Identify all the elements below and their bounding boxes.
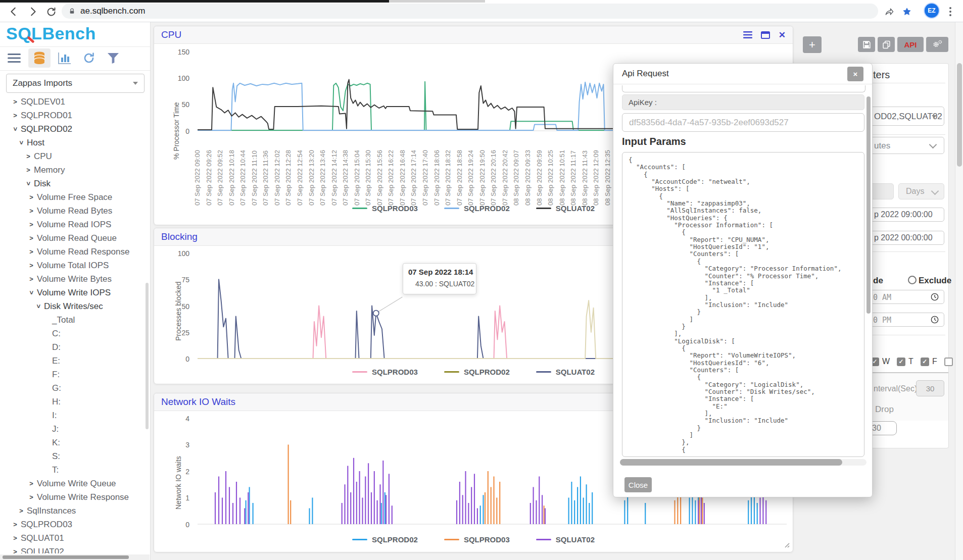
panel-close-icon[interactable]: ✕ [779, 30, 786, 40]
chevron-collapsed-icon[interactable]: > [27, 248, 35, 256]
legend-item-sqlprod03[interactable]: SQLPROD03 [352, 204, 418, 213]
back-button[interactable] [6, 4, 21, 19]
exclude-radio[interactable] [908, 276, 917, 284]
sidebar-servers-button[interactable] [28, 48, 51, 68]
tree-horizontal-scrollbar[interactable] [3, 555, 129, 559]
chevron-expanded-icon[interactable]: > [28, 289, 35, 297]
tree-item-k-[interactable]: K: [0, 436, 147, 449]
tree-item-cpu[interactable]: >CPU [0, 149, 147, 163]
tree-item-volume-read-queue[interactable]: >Volume Read Queue [0, 231, 147, 245]
page-scrollbar[interactable] [957, 63, 962, 167]
tree-item-s-[interactable]: S: [0, 449, 147, 463]
sidebar-filter-button[interactable] [102, 48, 124, 68]
tree-vertical-scrollbar[interactable] [146, 283, 149, 429]
modal-close-button[interactable]: × [847, 67, 863, 81]
share-button[interactable] [882, 4, 897, 19]
tree-item-d-[interactable]: D: [0, 340, 147, 354]
tree-item-sqlprod02[interactable]: >SQLPROD02 [0, 122, 147, 136]
interval-input[interactable]: 30 [916, 380, 944, 396]
tree-item-sqldev01[interactable]: >SQLDEV01 [0, 95, 147, 109]
legend-item-sqlprod02[interactable]: SQLPROD02 [352, 535, 418, 544]
bookmark-button[interactable] [899, 4, 914, 19]
tree-item-volume-read-bytes[interactable]: >Volume Read Bytes [0, 204, 147, 218]
weekday-checkbox-f[interactable]: ✓ [921, 358, 929, 366]
avatar[interactable]: EZ [925, 4, 939, 18]
tree-item-sqluat01[interactable]: >SQLUAT01 [0, 531, 147, 545]
legend-item-sqlprod03[interactable]: SQLPROD03 [352, 368, 418, 376]
chevron-collapsed-icon[interactable]: > [27, 262, 35, 269]
modal-vertical-scrollbar[interactable] [866, 96, 871, 314]
copy-button[interactable] [878, 37, 895, 52]
tree-item-g-[interactable]: G: [0, 381, 147, 395]
tree-item-volume-write-iops[interactable]: >Volume Write IOPS [0, 286, 147, 299]
tree-item-t-[interactable]: T: [0, 463, 147, 477]
chevron-collapsed-icon[interactable]: > [11, 548, 19, 553]
settings-button[interactable] [926, 37, 948, 52]
tree-item-sqlprod03[interactable]: >SQLPROD03 [0, 518, 147, 531]
close-button[interactable]: Close [624, 477, 652, 492]
chevron-collapsed-icon[interactable]: > [27, 221, 35, 228]
panel-menu-icon[interactable] [743, 31, 752, 38]
chevron-collapsed-icon[interactable]: > [27, 234, 35, 242]
tree-item-volume-read-iops[interactable]: >Volume Read IOPS [0, 218, 147, 231]
tree-item-sqluat02[interactable]: >SQLUAT02 [0, 545, 147, 553]
save-button[interactable] [858, 37, 875, 52]
browser-menu-button[interactable] [943, 4, 958, 19]
tree-item-host[interactable]: >Host [0, 136, 147, 149]
chevron-collapsed-icon[interactable]: > [11, 98, 19, 106]
partial-input[interactable] [622, 85, 865, 92]
chevron-collapsed-icon[interactable]: > [24, 152, 32, 160]
weekday-checkbox-s[interactable] [944, 358, 953, 366]
tree-item-memory[interactable]: >Memory [0, 163, 147, 177]
tree-item-volume-read-response[interactable]: >Volume Read Response [0, 245, 147, 259]
tree-item-h-[interactable]: H: [0, 395, 147, 409]
forward-button[interactable] [25, 4, 40, 19]
modal-horizontal-scrollbar[interactable] [620, 459, 842, 466]
tree-item-sqlprod01[interactable]: >SQLPROD01 [0, 109, 147, 122]
tree-item-c-[interactable]: C: [0, 327, 147, 340]
legend-item-sqluat02[interactable]: SQLUAT02 [536, 204, 595, 213]
tree-item-volume-write-bytes[interactable]: >Volume Write Bytes [0, 272, 147, 286]
legend-item-sqlprod03[interactable]: SQLPROD03 [444, 535, 510, 544]
tree-item-e-[interactable]: E: [0, 354, 147, 368]
unit-select[interactable]: Days [898, 183, 944, 199]
tree-item-f-[interactable]: F: [0, 368, 147, 381]
sidebar-refresh-button[interactable] [78, 48, 100, 68]
chevron-collapsed-icon[interactable]: > [24, 166, 32, 174]
input-params-editor[interactable]: { "Accounts": [ { "AccountCode": "netwea… [622, 152, 864, 457]
chevron-collapsed-icon[interactable]: > [27, 275, 35, 283]
chevron-expanded-icon[interactable]: > [18, 139, 25, 147]
panel-maximize-icon[interactable] [761, 31, 770, 39]
legend-item-sqluat02[interactable]: SQLUAT02 [536, 368, 595, 376]
tree-item-j-[interactable]: J: [0, 422, 147, 436]
api-button[interactable]: API [897, 37, 924, 52]
tree-item-disk[interactable]: >Disk [0, 177, 147, 190]
apikey-input[interactable] [622, 113, 864, 132]
legend-item-sqlprod02[interactable]: SQLPROD02 [444, 368, 510, 376]
chevron-collapsed-icon[interactable]: > [27, 480, 35, 487]
reload-button[interactable] [43, 4, 59, 19]
chevron-expanded-icon[interactable]: > [25, 180, 32, 188]
sidebar-charts-button[interactable] [54, 48, 76, 68]
chevron-collapsed-icon[interactable]: > [27, 207, 35, 215]
add-widget-button[interactable]: + [803, 36, 822, 53]
legend-item-sqlprod02[interactable]: SQLPROD02 [444, 204, 510, 213]
tree-item-volume-write-queue[interactable]: >Volume Write Queue [0, 477, 147, 490]
tree-item--total[interactable]: _Total [0, 313, 147, 327]
chevron-collapsed-icon[interactable]: > [11, 521, 19, 528]
chevron-expanded-icon[interactable]: > [35, 302, 42, 311]
tree-item-volume-total-iops[interactable]: >Volume Total IOPS [0, 259, 147, 272]
sidebar-menu-button[interactable] [3, 48, 25, 68]
tree-item-volume-free-space[interactable]: >Volume Free Space [0, 190, 147, 204]
chevron-collapsed-icon[interactable]: > [11, 112, 19, 119]
resize-handle-icon[interactable] [783, 541, 790, 550]
legend-item-sqluat02[interactable]: SQLUAT02 [536, 535, 595, 544]
tree-item-volume-write-response[interactable]: >Volume Write Response [0, 490, 147, 504]
chevron-collapsed-icon[interactable]: > [27, 493, 35, 501]
chevron-collapsed-icon[interactable]: > [17, 507, 25, 515]
tree-item-disk-writes-sec[interactable]: >Disk Writes/sec [0, 299, 147, 313]
url-bar[interactable]: ae.sqlbench.com [62, 4, 878, 19]
tree-item-sqlinstances[interactable]: >SqlInstances [0, 504, 147, 518]
chevron-collapsed-icon[interactable]: > [11, 534, 19, 542]
chevron-expanded-icon[interactable]: > [12, 125, 19, 133]
